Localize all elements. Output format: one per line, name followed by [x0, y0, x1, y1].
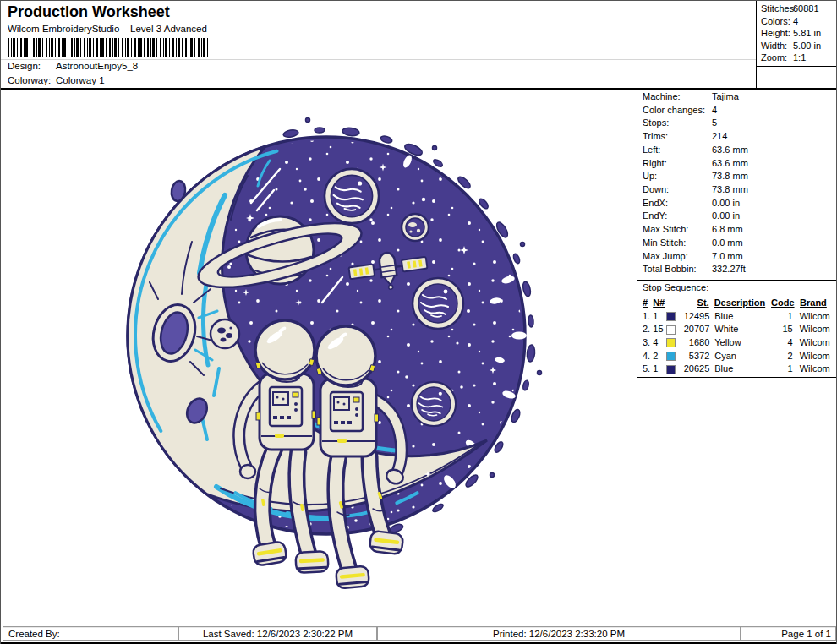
planet-striped-top: [325, 169, 379, 223]
last-saved-cell: Last Saved: 12/6/2023 2:30:22 PM: [178, 626, 377, 641]
design-preview: [1, 90, 637, 625]
info-row: Machine:Tajima: [637, 91, 837, 105]
info-row: Trims:214: [637, 131, 837, 145]
colorway-row: Colorway: Colorway 1: [8, 75, 51, 85]
created-by-cell: Created By:: [3, 626, 178, 641]
colorway-value: Colorway 1: [56, 75, 105, 85]
helmet: [316, 326, 375, 385]
stat-row: Height:5.81 in: [757, 28, 837, 41]
info-row: Right:63.6 mm: [637, 158, 837, 172]
planet-striped-lower: [412, 382, 456, 426]
stat-row: Width:5.00 in: [757, 41, 837, 53]
thread-color-swatch: [666, 312, 676, 321]
info-row: Min Stitch:0.0 mm: [637, 237, 837, 251]
production-worksheet-page: Production Worksheet Wilcom EmbroiderySt…: [0, 0, 837, 644]
planet-striped-right: [413, 278, 463, 329]
stop-sequence-title: Stop Sequence:: [637, 282, 837, 296]
info-row: Max Stitch:6.8 mm: [637, 224, 837, 237]
thread-color-swatch: [666, 338, 676, 347]
stop-sequence-header-row: # N# St. Description Code Brand: [637, 296, 837, 309]
glove: [240, 465, 255, 478]
stop-sequence-section: Stop Sequence: # N# St. Description Code…: [637, 280, 837, 379]
stop-sequence-row: 1.1 12495Blue 1Wilcom: [637, 309, 837, 323]
barcode-icon: [8, 38, 208, 57]
colorway-label: Colorway:: [8, 75, 51, 85]
divider: [637, 377, 837, 379]
boot: [252, 541, 287, 566]
info-row: Up:73.8 mm: [637, 171, 837, 184]
stop-sequence-row: 5.1 20625Blue 1Wilcom: [637, 363, 837, 376]
thread-color-swatch: [666, 325, 676, 335]
divider: [1, 59, 756, 60]
design-label: Design:: [8, 61, 41, 71]
info-row: Total Bobbin:332.27ft: [637, 264, 837, 277]
footer: Created By: Last Saved: 12/6/2023 2:30:2…: [1, 625, 837, 644]
info-row: Max Jump:7.0 mm: [637, 251, 837, 265]
thread-color-swatch: [666, 352, 676, 361]
design-name-row: Design: AstronoutEnjoy5_8: [8, 61, 41, 71]
planet-speckled: [211, 319, 239, 348]
stat-row: Colors:4: [757, 16, 837, 29]
printed-cell: Printed: 12/6/2023 2:33:20 PM: [377, 626, 741, 641]
stop-sequence-row: 2.15 20707White 15Wilcom: [637, 322, 837, 336]
info-row: Stops:5: [637, 117, 837, 131]
stop-sequence-row: 4.2 5372Cyan 2Wilcom: [637, 349, 837, 363]
stop-sequence-row: 3.4 1680Yellow 4Wilcom: [637, 336, 837, 349]
page-title: Production Worksheet: [8, 3, 170, 21]
info-row: Down:73.8 mm: [637, 184, 837, 198]
info-row: EndY:0.00 in: [637, 210, 837, 224]
embroidery-artwork: [1, 90, 637, 622]
stat-row: Stitches:60881: [757, 3, 837, 16]
page-number-cell: Page 1 of 1: [741, 626, 836, 641]
boot: [336, 565, 369, 588]
divider: [1, 74, 756, 74]
info-row: Color changes:4: [637, 105, 837, 118]
header: Production Worksheet Wilcom EmbroiderySt…: [1, 1, 837, 90]
thread-color-swatch: [666, 365, 676, 374]
boot: [369, 531, 404, 554]
info-row: EndX:0.00 in: [637, 198, 837, 211]
info-row: Left:63.6 mm: [637, 145, 837, 158]
design-value: AstronoutEnjoy5_8: [56, 61, 138, 71]
stat-row: Zoom:1:1: [757, 52, 837, 65]
planet-small: [402, 214, 429, 241]
helmet: [255, 320, 315, 379]
app-subtitle: Wilcom EmbroideryStudio – Level 3 Advanc…: [8, 24, 207, 34]
boot: [295, 551, 328, 573]
machine-info-panel: Machine:Tajima Color changes:4 Stops:5 T…: [637, 90, 837, 625]
stats-box: Stitches:60881 Colors:4 Height:5.81 in W…: [756, 1, 837, 88]
